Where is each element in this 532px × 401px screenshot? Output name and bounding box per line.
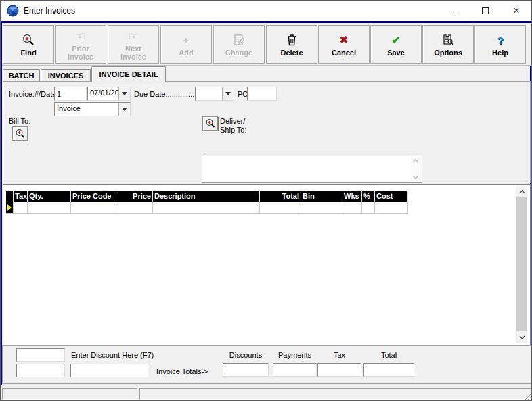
chevron-down-icon[interactable]: [118, 103, 130, 116]
chevron-down-icon: [412, 175, 419, 179]
tab-batch-label: BATCH: [9, 72, 35, 80]
resize-grip-icon[interactable]: [523, 392, 531, 400]
chevron-down-icon[interactable]: [118, 87, 130, 100]
hand-left-icon: ☜: [75, 28, 85, 44]
tab-invoices[interactable]: INVOICES: [41, 69, 91, 81]
grand-total-field[interactable]: [363, 363, 414, 377]
current-row-indicator: [6, 202, 14, 214]
payments-total-field[interactable]: [273, 363, 317, 377]
app-icon: [7, 5, 19, 17]
table-row[interactable]: [6, 202, 408, 214]
column-header-cost: Cost: [375, 191, 408, 202]
discount-input[interactable]: [70, 364, 148, 377]
column-header-price-code: Price Code: [71, 191, 116, 202]
tab-bar: BATCH INVOICES INVOICE DETAIL: [2, 66, 531, 81]
cell-bin[interactable]: [301, 202, 342, 214]
invoice-totals-label: Invoice Totals->: [156, 367, 208, 375]
question-mark-icon: ?: [497, 32, 503, 48]
cell-wks[interactable]: [342, 202, 362, 214]
magnifier-plus-icon: [205, 118, 216, 129]
tax-total-field[interactable]: [317, 363, 361, 377]
find-label: Find: [20, 49, 36, 57]
invoice-date-combo[interactable]: 07/01/2019: [87, 87, 131, 101]
invoice-type-combo[interactable]: Invoice: [54, 102, 131, 116]
magnifier-plus-icon: [15, 128, 26, 139]
ship-to-lookup-button[interactable]: [202, 116, 218, 131]
column-header-selector: [6, 191, 14, 202]
tab-batch[interactable]: BATCH: [3, 69, 40, 81]
tab-invoice-detail[interactable]: INVOICE DETAIL: [91, 66, 166, 82]
next-invoice-button: ☞ Next Invoice: [108, 25, 159, 64]
row-marker-icon: [7, 204, 12, 211]
red-x-icon: ✖: [340, 32, 349, 48]
payments-label: Payments: [273, 351, 317, 359]
invoice-date-value: 07/01/2019: [88, 87, 118, 100]
save-button[interactable]: ✔ Save: [370, 25, 422, 64]
deliver-ship-to-label: Deliver/ Ship To:: [220, 117, 247, 135]
chevron-up-icon: [412, 159, 419, 163]
ship-to-notes-textarea[interactable]: [202, 156, 422, 183]
cancel-button[interactable]: ✖ Cancel: [318, 25, 370, 64]
help-label: Help: [492, 49, 508, 57]
change-button: Change: [213, 25, 265, 64]
cell-price-code[interactable]: [71, 202, 116, 214]
due-date-combo[interactable]: [195, 87, 234, 101]
plus-icon: +: [183, 32, 190, 48]
column-header-price: Price: [116, 191, 153, 202]
title-bar: Enter Invoices ×: [1, 1, 532, 21]
chevron-down-icon[interactable]: [222, 87, 234, 100]
column-header-qty: Qty.: [28, 191, 71, 202]
options-label: Options: [434, 49, 462, 57]
window-title: Enter Invoices: [24, 6, 75, 16]
scroll-up-button[interactable]: [516, 186, 527, 197]
discount-amount-field-2[interactable]: [16, 364, 65, 377]
bill-to-lookup-button[interactable]: [12, 126, 28, 141]
maximize-button[interactable]: [470, 1, 501, 21]
next-invoice-label: Next Invoice: [120, 45, 146, 61]
cell-cost[interactable]: [375, 202, 408, 214]
delete-label: Delete: [280, 49, 303, 57]
document-edit-icon: [232, 32, 246, 48]
column-header-description: Description: [153, 191, 260, 202]
discount-amount-field-1[interactable]: [16, 348, 65, 362]
help-button[interactable]: ? Help: [474, 25, 526, 64]
scroll-down-button[interactable]: [516, 331, 527, 343]
discounts-label: Discounts: [223, 351, 269, 359]
cell-qty[interactable]: [28, 202, 71, 214]
tax-label: Tax: [317, 351, 361, 359]
total-label: Total: [363, 351, 414, 359]
po-input[interactable]: [247, 87, 277, 101]
add-button: + Add: [160, 25, 212, 64]
options-button[interactable]: Options: [422, 25, 474, 64]
find-button[interactable]: Find: [3, 25, 54, 64]
chevron-up-icon: [519, 190, 525, 194]
invoice-type-value: Invoice: [55, 103, 118, 116]
cell-total[interactable]: [260, 202, 301, 214]
cell-tax[interactable]: [14, 202, 28, 214]
line-items-grid: Tax Qty. Price Code Price Description To…: [3, 184, 531, 346]
tab-invoices-label: INVOICES: [48, 72, 84, 80]
grid-vertical-scrollbar[interactable]: [516, 186, 527, 343]
green-check-icon: ✔: [391, 32, 400, 48]
cell-price[interactable]: [116, 202, 153, 214]
tab-invoice-detail-label: INVOICE DETAIL: [99, 70, 158, 78]
minimize-button[interactable]: [439, 1, 470, 21]
column-header-bin: Bin: [301, 191, 342, 202]
grid-header-row: Tax Qty. Price Code Price Description To…: [6, 191, 408, 202]
delete-button[interactable]: Delete: [266, 25, 317, 64]
due-date-value: [196, 87, 222, 100]
trash-icon: [286, 32, 298, 48]
cell-percent[interactable]: [362, 202, 375, 214]
cell-description[interactable]: [153, 202, 260, 214]
enter-invoices-window: Enter Invoices × Find ☜ Prior Invoice ☞ …: [0, 0, 532, 401]
scrollbar-thumb[interactable]: [516, 197, 527, 331]
discounts-total-field[interactable]: [223, 363, 269, 377]
change-label: Change: [225, 49, 252, 57]
notes-scrollbar[interactable]: [411, 157, 421, 181]
hand-right-icon: ☞: [128, 28, 138, 44]
close-button[interactable]: ×: [501, 1, 532, 21]
chevron-down-icon: [519, 335, 525, 339]
invoice-number-input[interactable]: [54, 87, 87, 101]
discount-hint-label: Enter Discount Here (F7): [71, 351, 154, 359]
find-magnifier-icon: [22, 32, 35, 48]
